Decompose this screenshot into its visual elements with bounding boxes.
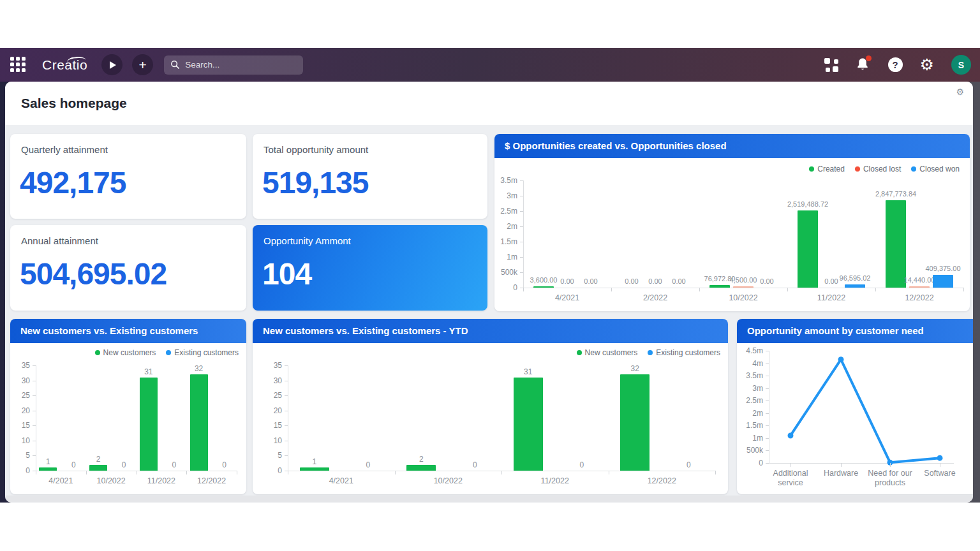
bar-value-label: 0 <box>473 460 477 469</box>
category-label: 4/2021 <box>555 293 579 303</box>
bar-value-label: 31 <box>524 367 532 376</box>
chart-title[interactable]: Opportunity amount by customer need <box>737 319 973 343</box>
legend-item[interactable]: Closed won <box>911 165 960 173</box>
data-point[interactable] <box>937 455 943 461</box>
kpi-card-quarterly-attainment[interactable]: Quarterly attainment 492,175 <box>10 134 246 219</box>
kpi-value: 104 <box>262 256 487 291</box>
bar-new-customers[interactable] <box>89 465 107 471</box>
x-axis-tick-mark <box>395 471 396 474</box>
user-avatar[interactable]: S <box>951 55 971 75</box>
bar-created[interactable] <box>886 200 906 288</box>
bar-created[interactable] <box>533 286 554 288</box>
topbar-right-icons: ? ⚙ S <box>824 55 971 75</box>
run-process-button[interactable] <box>101 54 122 75</box>
legend-dot-icon <box>166 350 171 355</box>
search-placeholder: Search... <box>185 60 219 70</box>
chart-plot-area: 35302520151050New customersExisting cust… <box>253 343 728 494</box>
legend-item[interactable]: Existing customers <box>648 348 720 357</box>
chart-title[interactable]: $ Opportunities created vs. Opportunitie… <box>494 134 970 158</box>
bar-value-label: 0 <box>122 460 126 469</box>
bar-created[interactable] <box>798 210 818 288</box>
creatio-logo[interactable]: Creatio <box>42 57 87 73</box>
bar-value-label: 4,500.00 <box>730 276 757 284</box>
bar-value-label: 0.00 <box>648 277 662 285</box>
kpi-card-total-opportunity-amount[interactable]: Total opportunity amount 519,135 <box>253 134 487 219</box>
notification-badge <box>866 55 872 61</box>
legend-item[interactable]: Closed lost <box>855 165 901 173</box>
quick-add-button[interactable]: + <box>132 54 153 75</box>
legend-item[interactable]: Created <box>809 165 845 173</box>
y-axis-line <box>36 365 36 471</box>
search-icon <box>170 60 180 70</box>
kpi-card-annual-attainment[interactable]: Annual attainment 504,695.02 <box>10 225 246 311</box>
category-label: 11/2022 <box>541 476 569 486</box>
data-point[interactable] <box>788 432 794 438</box>
app-launcher-icon[interactable] <box>10 57 27 73</box>
legend-item[interactable]: New customers <box>95 348 156 357</box>
category-label: Additionalservice <box>773 469 808 488</box>
x-axis-tick-mark <box>609 471 609 474</box>
settings-gear-icon[interactable]: ⚙ <box>920 57 934 73</box>
x-axis-tick-mark <box>237 471 237 474</box>
legend-item[interactable]: New customers <box>577 348 638 357</box>
legend-dot-icon <box>577 350 582 355</box>
category-label: 12/2022 <box>197 476 226 486</box>
page-settings-gear-icon[interactable]: ⚙ <box>956 87 964 97</box>
x-axis-tick-mark <box>715 471 716 474</box>
bar-closed-lost[interactable] <box>909 286 930 288</box>
bar-closed-won[interactable] <box>845 284 865 288</box>
bar-new-customers[interactable] <box>620 374 650 471</box>
chart-card-new-vs-existing-customers: New customers vs. Existing customers 353… <box>10 319 246 494</box>
chart-card-opportunities-created-vs-closed: $ Opportunities created vs. Opportunitie… <box>494 134 970 311</box>
kpi-label: Opportunity Ammont <box>264 235 487 246</box>
bar-value-label: 0 <box>222 460 226 469</box>
notifications-bell-icon[interactable] <box>856 57 871 73</box>
legend-item[interactable]: Existing customers <box>166 348 239 357</box>
bar-value-label: 0 <box>71 460 76 469</box>
bar-value-label: 0.00 <box>672 277 685 285</box>
x-axis-tick-mark <box>288 471 288 474</box>
kpi-card-opportunity-amount[interactable]: Opportunity Ammont 104 <box>253 225 487 311</box>
top-navigation-bar: Creatio + Search... ? ⚙ S <box>0 48 980 82</box>
legend-label: Closed lost <box>863 165 901 173</box>
y-axis-tick-label: 30 <box>253 376 282 385</box>
chart-card-new-vs-existing-customers-ytd: New customers vs. Existing customers - Y… <box>253 319 728 494</box>
bar-new-customers[interactable] <box>300 467 329 471</box>
x-axis-line <box>523 288 963 288</box>
bar-value-label: 2,847,773.84 <box>875 190 916 198</box>
bar-created[interactable] <box>709 285 730 288</box>
kpi-label: Annual attainment <box>21 235 246 246</box>
bar-new-customers[interactable] <box>514 378 543 471</box>
category-label: 4/2021 <box>48 476 73 486</box>
chart-title[interactable]: New customers vs. Existing customers - Y… <box>253 319 728 343</box>
screen: Creatio + Search... ? ⚙ S <box>0 0 980 551</box>
y-axis-tick-label: 0 <box>494 283 517 292</box>
bar-value-label: 2 <box>96 455 101 464</box>
x-axis-tick-mark <box>841 463 842 467</box>
chart-title[interactable]: New customers vs. Existing customers <box>10 319 246 343</box>
bar-closed-lost[interactable] <box>733 286 754 288</box>
bar-closed-won[interactable] <box>933 275 953 288</box>
x-axis-tick-mark <box>875 288 876 291</box>
workplace-switcher-icon[interactable] <box>824 58 838 72</box>
bar-new-customers[interactable] <box>190 374 208 471</box>
chart-legend: New customersExisting customers <box>577 348 720 357</box>
global-search-input[interactable]: Search... <box>164 55 303 75</box>
legend-dot-icon <box>648 350 653 355</box>
legend-label: Closed won <box>919 165 960 173</box>
bar-new-customers[interactable] <box>406 465 436 471</box>
legend-label: Existing customers <box>656 348 720 357</box>
bar-value-label: 32 <box>195 364 203 373</box>
data-point[interactable] <box>838 356 844 362</box>
horizontal-scrollbar[interactable] <box>5 496 973 503</box>
x-axis-tick-mark <box>523 288 524 291</box>
x-axis-tick-mark <box>787 288 788 291</box>
bar-new-customers[interactable] <box>39 467 57 471</box>
y-axis-tick-label: 2.5m <box>494 207 517 216</box>
bar-new-customers[interactable] <box>140 378 158 471</box>
category-label: 11/2022 <box>817 293 845 303</box>
help-icon[interactable]: ? <box>888 57 903 72</box>
x-axis-tick-mark <box>890 463 891 467</box>
bar-value-label: 0 <box>579 460 584 469</box>
kpi-value: 492,175 <box>20 165 246 200</box>
